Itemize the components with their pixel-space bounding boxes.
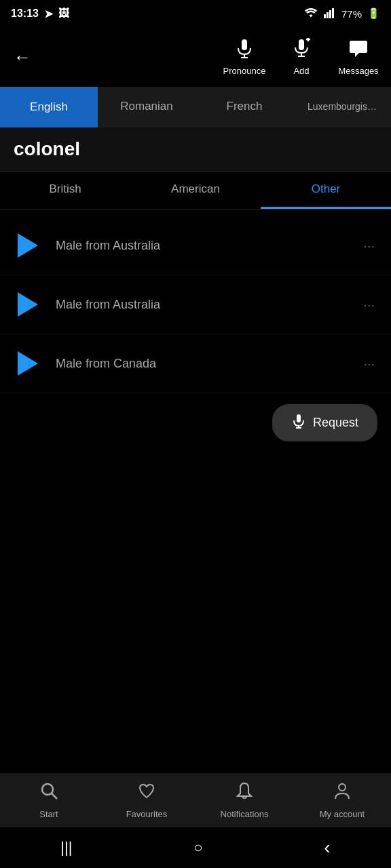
bottom-nav: Start Favourites Notifications My accoun… — [0, 773, 391, 827]
svg-rect-4 — [242, 39, 247, 50]
nav-label-start: Start — [39, 809, 58, 819]
navigation-icon: ➤ — [44, 7, 53, 20]
play-button-1[interactable] — [11, 229, 45, 262]
accent-tab-american[interactable]: American — [130, 172, 261, 209]
pronunciation-item: Male from Canada ··· — [0, 334, 391, 393]
add-button[interactable]: Add — [274, 38, 329, 76]
pronounce-label: Pronounce — [223, 66, 266, 76]
nav-item-favourites[interactable]: Favourites — [98, 781, 196, 819]
person-icon — [333, 781, 352, 805]
messages-button[interactable]: Messages — [331, 38, 386, 76]
system-nav: ||| ○ ‹ — [0, 827, 391, 868]
play-triangle-icon — [18, 292, 38, 317]
nav-item-notifications[interactable]: Notifications — [196, 781, 293, 819]
nav-item-my-account[interactable]: My account — [293, 781, 391, 819]
pronunciation-item: Male from Australia ··· — [0, 216, 391, 275]
pronunciation-label-3: Male from Canada — [56, 357, 358, 371]
request-label: Request — [313, 416, 358, 430]
language-tabs: English Romanian French Luxembourgis… — [0, 87, 391, 127]
request-button[interactable]: Request — [272, 404, 377, 441]
toolbar: ← Pronounce — [0, 27, 391, 87]
pronunciation-list: Male from Australia ··· Male from Austra… — [0, 210, 391, 459]
nav-label-notifications: Notifications — [221, 809, 269, 819]
svg-rect-7 — [299, 39, 304, 50]
play-button-2[interactable] — [11, 288, 45, 321]
lang-tab-romanian[interactable]: Romanian — [98, 87, 196, 127]
lang-tab-luxembourgish[interactable]: Luxembourgis… — [293, 87, 391, 127]
svg-rect-1 — [327, 12, 329, 18]
status-right: 77% 🔋 — [303, 7, 380, 20]
battery-icon: 🔋 — [367, 7, 380, 20]
more-options-button-1[interactable]: ··· — [358, 233, 380, 259]
play-triangle-icon — [18, 233, 38, 258]
pronunciation-item: Male from Australia ··· — [0, 275, 391, 334]
request-mic-icon — [291, 414, 306, 432]
heart-icon — [137, 781, 156, 805]
svg-rect-0 — [324, 14, 326, 18]
request-btn-container: Request — [0, 393, 391, 452]
back-arrow-icon: ← — [14, 47, 31, 68]
pronounce-button[interactable]: Pronounce — [217, 38, 272, 76]
time: 13:13 — [11, 7, 39, 20]
svg-point-15 — [42, 784, 53, 795]
gallery-icon: 🖼 — [58, 7, 69, 20]
play-button-3[interactable] — [11, 347, 45, 380]
nav-label-favourites: Favourites — [126, 809, 168, 819]
microphone-icon — [234, 38, 255, 63]
battery-status: 77% — [341, 8, 362, 20]
bell-icon — [235, 781, 254, 805]
nav-item-start[interactable]: Start — [0, 781, 98, 819]
svg-line-16 — [52, 793, 57, 799]
pronunciation-label-1: Male from Australia — [56, 239, 358, 253]
more-options-button-3[interactable]: ··· — [358, 351, 380, 377]
messages-label: Messages — [338, 66, 378, 76]
pronunciation-label-2: Male from Australia — [56, 298, 358, 312]
signal-icon — [324, 7, 336, 20]
add-label: Add — [293, 66, 309, 76]
menu-button[interactable]: ||| — [47, 832, 86, 863]
accent-tab-british[interactable]: British — [0, 172, 130, 209]
status-bar: 13:13 ➤ 🖼 77% 🔋 — [0, 0, 391, 27]
svg-rect-3 — [332, 8, 334, 18]
svg-rect-2 — [329, 10, 331, 18]
search-word: colonel — [0, 127, 391, 172]
messages-icon — [348, 38, 369, 63]
accent-tabs: British American Other — [0, 172, 391, 210]
lang-tab-english[interactable]: English — [0, 87, 98, 127]
back-button-sys[interactable]: ‹ — [310, 830, 343, 865]
status-left: 13:13 ➤ 🖼 — [11, 7, 69, 20]
wifi-icon — [303, 7, 318, 20]
svg-point-17 — [339, 784, 346, 791]
svg-rect-12 — [297, 414, 301, 422]
home-button[interactable]: ○ — [180, 832, 216, 863]
lang-tab-french[interactable]: French — [196, 87, 293, 127]
toolbar-actions: Pronounce Add Messages — [217, 38, 386, 76]
add-icon — [291, 38, 312, 63]
play-triangle-icon — [18, 351, 38, 376]
search-icon — [39, 781, 58, 805]
more-options-button-2[interactable]: ··· — [358, 292, 380, 318]
nav-label-my-account: My account — [320, 809, 365, 819]
accent-tab-other[interactable]: Other — [261, 172, 391, 209]
back-button[interactable]: ← — [5, 40, 39, 74]
